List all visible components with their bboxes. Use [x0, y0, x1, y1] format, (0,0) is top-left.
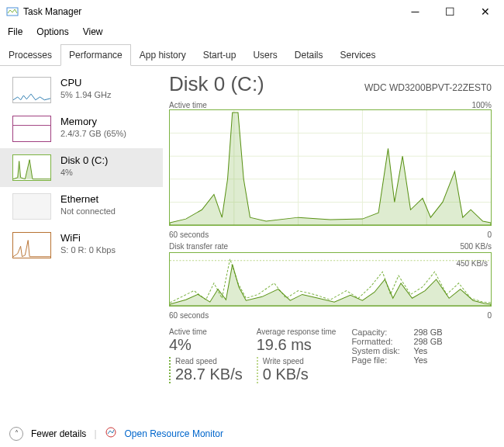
sidebar: CPU5% 1.94 GHz Memory2.4/3.7 GB (65%) Di… [0, 66, 163, 420]
svg-point-11 [106, 428, 116, 437]
close-button[interactable]: ✕ [468, 1, 502, 23]
chart1-axis-r: 0 [487, 230, 492, 239]
tab-processes[interactable]: Processes [0, 44, 60, 66]
menu-file[interactable]: File [6, 25, 24, 39]
sidebar-sub: 4% [60, 168, 108, 177]
menu-view[interactable]: View [81, 25, 105, 39]
stat-read-speed: Read speed28.7 KB/s [169, 357, 243, 383]
sidebar-item-cpu[interactable]: CPU5% 1.94 GHz [0, 71, 163, 109]
sidebar-item-memory[interactable]: Memory2.4/3.7 GB (65%) [0, 109, 163, 148]
sidebar-item-ethernet[interactable]: EthernetNot connected [0, 187, 163, 226]
app-icon [6, 5, 19, 18]
fewer-details-link[interactable]: Fewer details [31, 428, 86, 439]
stat-avg-response: Average response time19.6 ms [257, 327, 337, 354]
chart2-label: Disk transfer rate [169, 242, 228, 251]
minimize-button[interactable]: ─ [398, 1, 433, 23]
tab-app-history[interactable]: App history [131, 44, 195, 66]
sidebar-sub: 5% 1.94 GHz [60, 90, 111, 99]
active-time-chart [169, 109, 492, 226]
menubar: File Options View [0, 23, 504, 40]
stat-write-speed: Write speed0 KB/s [257, 357, 337, 383]
transfer-rate-chart: 450 KB/s [169, 252, 492, 307]
main-panel: Disk 0 (C:) WDC WD3200BPVT-22ZEST0 Activ… [163, 66, 504, 420]
sidebar-label: Ethernet [60, 193, 116, 205]
sidebar-item-disk[interactable]: Disk 0 (C:)4% [0, 148, 163, 187]
disk-model: WDC WD3200BPVT-22ZEST0 [364, 82, 492, 93]
chart2-axis-l: 60 seconds [169, 311, 209, 320]
wifi-thumb-icon [12, 232, 51, 258]
resource-monitor-icon [105, 426, 117, 441]
sidebar-label: CPU [60, 77, 111, 88]
tab-performance[interactable]: Performance [60, 44, 131, 66]
chart1-label: Active time [169, 101, 207, 109]
stat-active-time: Active time4% [169, 327, 243, 354]
titlebar: Task Manager ─ ☐ ✕ [0, 0, 504, 23]
ethernet-thumb-icon [12, 193, 51, 220]
menu-options[interactable]: Options [35, 25, 70, 39]
footer: ˄ Fewer details | Open Resource Monitor [0, 420, 504, 447]
chart1-max: 100% [471, 101, 492, 109]
open-resource-monitor-link[interactable]: Open Resource Monitor [125, 428, 223, 439]
cpu-thumb-icon [12, 77, 51, 103]
memory-thumb-icon [12, 116, 51, 142]
page-title: Disk 0 (C:) [169, 72, 264, 96]
tab-startup[interactable]: Start-up [195, 44, 245, 66]
sidebar-sub: S: 0 R: 0 Kbps [60, 245, 116, 255]
tab-users[interactable]: Users [244, 44, 285, 66]
disk-thumb-icon [12, 154, 51, 181]
chart1-axis-l: 60 seconds [169, 230, 209, 239]
window-title: Task Manager [23, 6, 398, 17]
chart2-axis-r: 0 [487, 311, 492, 320]
sidebar-sub: Not connected [60, 206, 116, 216]
maximize-button[interactable]: ☐ [433, 1, 468, 23]
sidebar-label: Memory [60, 116, 126, 127]
disk-properties: Capacity:298 GB Formatted:298 GB System … [351, 327, 442, 383]
sidebar-label: WiFi [60, 232, 116, 244]
chevron-up-icon[interactable]: ˄ [9, 427, 23, 441]
tab-details[interactable]: Details [286, 44, 332, 66]
chart2-max: 500 KB/s [460, 242, 492, 251]
tab-services[interactable]: Services [331, 44, 384, 66]
sidebar-item-wifi[interactable]: WiFiS: 0 R: 0 Kbps [0, 226, 163, 265]
tab-bar: Processes Performance App history Start-… [0, 43, 504, 66]
sidebar-sub: 2.4/3.7 GB (65%) [60, 129, 126, 138]
sidebar-label: Disk 0 (C:) [60, 154, 108, 166]
